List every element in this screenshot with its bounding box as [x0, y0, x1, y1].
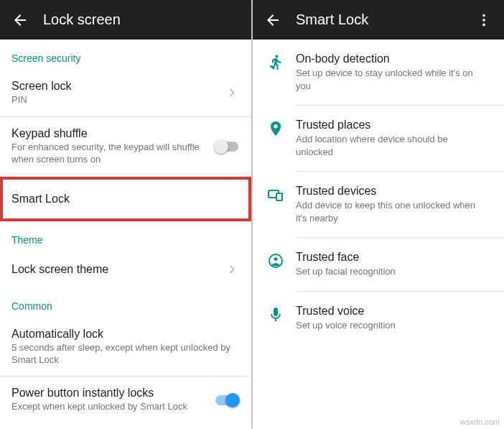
face-icon [256, 251, 296, 269]
row-title: Keypad shuffle [11, 127, 214, 140]
lock-screen-pane: Lock screen Screen security Screen lock … [0, 0, 251, 429]
on-body-detection-row[interactable]: On-body detection Set up device to stay … [253, 40, 504, 105]
trusted-places-row[interactable]: Trusted places Add location where device… [253, 106, 504, 171]
back-button[interactable] [258, 6, 287, 34]
place-icon [256, 119, 296, 137]
mic-icon [256, 305, 296, 323]
automatically-lock-row[interactable]: Automatically lock 5 seconds after sleep… [0, 318, 251, 377]
lock-screen-appbar: Lock screen [0, 0, 251, 40]
row-subtitle: Set up voice recognition [296, 319, 493, 332]
row-subtitle: Add device to keep this one unlocked whe… [296, 199, 493, 224]
walking-icon [256, 52, 296, 71]
appbar-title: Smart Lock [296, 11, 470, 28]
keypad-shuffle-row[interactable]: Keypad shuffle For enhanced security, th… [0, 117, 251, 176]
smart-lock-pane: Smart Lock On-body detection Set up devi… [253, 0, 504, 429]
section-header-common: Common [0, 287, 251, 318]
overflow-menu-button[interactable] [470, 6, 498, 34]
svg-point-2 [482, 23, 485, 26]
row-subtitle: Set up device to stay unlocked while it'… [296, 67, 493, 92]
svg-point-0 [482, 14, 485, 17]
row-subtitle: Set up facial recognition [296, 265, 493, 278]
row-subtitle: Add location where device should be unlo… [296, 133, 493, 158]
row-title: Screen lock [11, 80, 224, 93]
lock-screen-theme-row[interactable]: Lock screen theme [0, 252, 251, 287]
smart-lock-appbar: Smart Lock [253, 0, 504, 40]
smart-lock-row[interactable]: Smart Lock [0, 177, 251, 221]
chevron-right-icon [224, 262, 240, 277]
keypad-shuffle-switch[interactable] [214, 139, 240, 154]
row-title: Lock screen theme [11, 263, 224, 276]
trusted-voice-row[interactable]: Trusted voice Set up voice recognition [253, 292, 504, 345]
row-title: On-body detection [296, 52, 493, 65]
svg-point-1 [482, 19, 485, 22]
power-button-lock-row[interactable]: Power button instantly locks Except when… [0, 377, 251, 423]
chevron-right-icon [224, 85, 240, 101]
svg-point-7 [274, 257, 278, 261]
section-header-security: Screen security [0, 40, 251, 70]
row-subtitle: PIN [11, 94, 224, 106]
devices-icon [256, 185, 296, 203]
row-title: Power button instantly locks [11, 387, 214, 400]
row-title: Trusted places [296, 119, 493, 132]
svg-rect-5 [276, 193, 282, 200]
back-arrow-icon [264, 11, 281, 29]
section-header-theme: Theme [0, 221, 251, 252]
svg-point-3 [276, 55, 279, 58]
trusted-devices-row[interactable]: Trusted devices Add device to keep this … [253, 172, 504, 237]
row-subtitle: Except when kept unlocked by Smart Lock [11, 401, 214, 413]
row-title: Automatically lock [11, 328, 240, 341]
screen-lock-row[interactable]: Screen lock PIN [0, 70, 251, 116]
row-title: Trusted face [296, 251, 493, 264]
trusted-face-row[interactable]: Trusted face Set up facial recognition [253, 238, 504, 291]
more-vert-icon [476, 12, 492, 28]
appbar-title: Lock screen [43, 11, 246, 28]
row-subtitle: 5 seconds after sleep, except when kept … [11, 342, 240, 366]
back-button[interactable] [6, 6, 34, 34]
row-subtitle: For enhanced security, the keypad will s… [11, 142, 214, 166]
row-title: Smart Lock [11, 193, 240, 206]
watermark: wsxdn.com [460, 418, 500, 426]
power-button-lock-switch[interactable] [214, 393, 240, 407]
row-title: Trusted devices [296, 185, 493, 198]
row-title: Trusted voice [296, 305, 493, 318]
back-arrow-icon [11, 11, 29, 29]
